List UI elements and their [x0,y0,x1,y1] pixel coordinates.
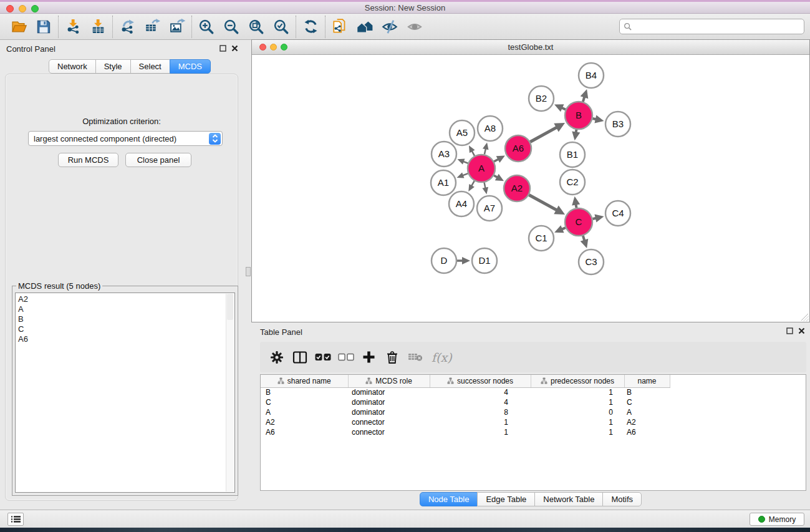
deselect-all-columns-button[interactable] [334,346,357,369]
close-panel-icon[interactable] [231,45,238,52]
graph-node-D[interactable]: D [432,248,456,273]
mcds-result-item[interactable]: A2 [18,294,234,304]
zoom-selected-button[interactable] [269,16,294,38]
table-cell[interactable]: 1 [531,427,624,437]
table-cell[interactable]: 1 [430,417,531,427]
table-row[interactable]: Adominator80A [261,407,670,417]
run-mcds-button[interactable]: Run MCDS [58,153,118,167]
column-header-predecessor-nodes[interactable]: predecessor nodes [531,375,624,387]
search-input[interactable] [632,21,800,32]
export-image-button[interactable] [165,16,190,38]
graph-node-B4[interactable]: B4 [579,63,604,88]
graph-node-C[interactable]: C [565,208,592,236]
graph-node-B1[interactable]: B1 [560,142,585,167]
graph-edge-A2-C[interactable] [529,195,565,215]
table-cell[interactable]: 1 [430,427,531,437]
graph-edge-C-C4[interactable] [592,215,604,223]
column-header-shared-name[interactable]: shared name [261,375,348,387]
graph-edge-A6-B[interactable] [530,123,565,142]
graph-edge-A-A2[interactable] [494,174,504,181]
table-tab-node-table[interactable]: Node Table [420,492,478,506]
graph-node-C3[interactable]: C3 [579,249,604,274]
fit-content-button[interactable] [244,16,269,38]
import-network-button[interactable] [60,16,85,38]
table-row[interactable]: A6connector11A6 [261,427,670,437]
table-cell[interactable]: connector [348,417,430,427]
graph-node-B2[interactable]: B2 [529,86,554,111]
graph-node-A8[interactable]: A8 [478,116,503,141]
graph-edge-A-A8[interactable] [483,142,489,154]
table-cell[interactable]: A6 [261,427,348,437]
graph-node-B3[interactable]: B3 [605,112,630,137]
table-cell[interactable]: dominator [348,387,430,397]
graph-edge-D-D1[interactable] [457,257,470,264]
graph-edge-B-B2[interactable] [554,104,566,112]
open-session-button[interactable] [6,16,31,38]
table-cell[interactable]: 1 [531,387,624,397]
delete-row-button[interactable] [380,346,403,369]
graph-edge-B-B1[interactable] [572,130,580,141]
tab-mcds[interactable]: MCDS [170,59,211,74]
float-table-panel-icon[interactable] [786,327,793,334]
resize-corner-handle[interactable] [801,314,809,321]
table-cell[interactable]: A2 [624,417,670,427]
refresh-button[interactable] [298,16,323,38]
table-cell[interactable]: 1 [531,417,624,427]
graph-edge-A-A3[interactable] [457,159,468,165]
graph-edge-A-A4[interactable] [468,181,475,191]
task-history-button[interactable] [7,513,24,526]
table-tab-network-table[interactable]: Network Table [534,492,603,506]
column-header-successor-nodes[interactable]: successor nodes [430,375,531,387]
graph-edge-B-B4[interactable] [581,89,589,102]
table-row[interactable]: Bdominator41B [261,387,670,397]
delete-table-button[interactable] [403,346,427,369]
vertical-splitter-handle[interactable] [246,267,251,276]
close-panel-button[interactable]: Close panel [125,153,191,167]
table-cell[interactable]: A2 [261,417,348,427]
table-cell[interactable]: C [624,397,670,407]
tab-select[interactable]: Select [130,59,170,74]
mcds-result-item[interactable]: C [18,324,234,334]
mcds-result-item[interactable]: B [18,314,234,324]
hide-panels-button[interactable] [377,16,402,38]
table-cell[interactable]: A6 [624,427,670,437]
graph-node-C4[interactable]: C4 [605,201,630,226]
network-canvas[interactable]: AA1A3A4A5A7A8A6A2BB1B2B3B4CC1C2C3C4DD1 [252,55,809,322]
graph-node-D1[interactable]: D1 [472,248,497,273]
table-cell[interactable]: 4 [430,387,531,397]
table-cell[interactable]: C [261,397,348,407]
network-file-button[interactable] [327,16,352,38]
export-table-button[interactable] [140,16,165,38]
graph-edge-B-B3[interactable] [592,115,604,123]
import-table-button[interactable] [85,16,110,38]
graph-node-B[interactable]: B [565,102,592,129]
result-scrollbar[interactable] [226,294,234,491]
graph-node-A5[interactable]: A5 [450,120,475,145]
table-cell[interactable]: 4 [430,397,531,407]
tab-style[interactable]: Style [95,59,131,74]
search-field[interactable] [619,19,804,34]
memory-button[interactable]: Memory [750,513,804,526]
split-pane-button[interactable] [288,346,311,369]
float-panel-icon[interactable] [219,45,226,52]
graph-node-A1[interactable]: A1 [431,170,456,195]
graph-node-A[interactable]: A [468,155,495,182]
column-header-mcds-role[interactable]: MCDS role [348,375,430,387]
graph-node-A6[interactable]: A6 [505,135,531,162]
close-table-panel-icon[interactable] [798,327,805,334]
mcds-result-item[interactable]: A [18,304,234,314]
table-tab-motifs[interactable]: Motifs [602,492,642,506]
function-builder-button[interactable]: f(x) [432,351,452,364]
export-network-button[interactable] [115,16,140,38]
tab-network[interactable]: Network [49,59,96,74]
home-button[interactable] [352,16,377,38]
select-all-columns-button[interactable] [311,346,334,369]
graph-edge-C-C2[interactable] [572,196,580,208]
table-cell[interactable]: A [261,407,348,417]
save-session-button[interactable] [31,16,56,38]
table-row[interactable]: A2connector11A2 [261,417,670,427]
add-row-button[interactable] [357,346,380,369]
graph-edge-C-C3[interactable] [581,236,589,248]
graph-edge-A-A1[interactable] [457,172,468,178]
graph-edge-C-C1[interactable] [554,225,566,233]
